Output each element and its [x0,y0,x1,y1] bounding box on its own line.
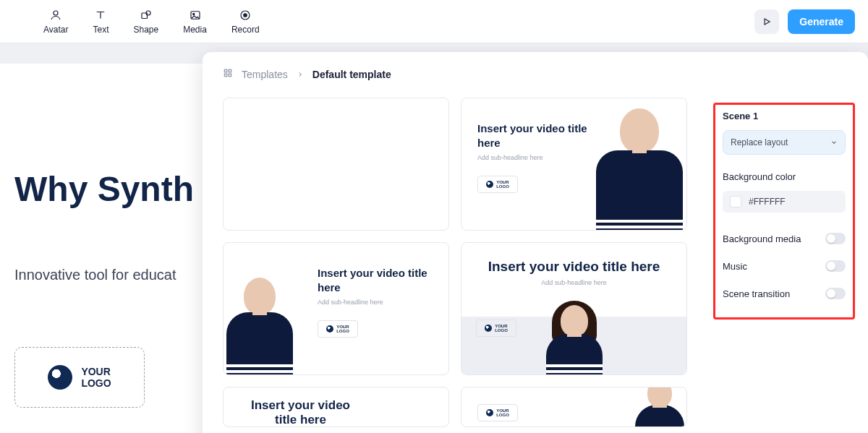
tool-shape[interactable]: Shape [133,9,158,35]
template-title: Insert your video title here [239,398,362,427]
tool-label: Media [183,25,207,35]
toolbar-right: Generate [754,9,855,34]
replace-layout-select[interactable]: Replace layout [723,130,846,155]
tool-record[interactable]: Record [231,9,260,35]
avatar-illustration [224,278,296,374]
chevron-down-icon [830,139,838,146]
svg-point-4 [192,13,194,14]
logo-placeholder[interactable]: YOUR LOGO [14,347,145,408]
template-logo-chip: YOUR LOGO [477,176,518,193]
svg-rect-7 [224,69,227,72]
tool-label: Text [93,25,109,35]
transition-label: Scene transition [723,288,790,299]
template-blank[interactable] [223,98,449,231]
template-logo-chip: YOUR LOGO [476,320,516,337]
main: Why Synth Innovative tool for educat YOU… [0,43,868,433]
template-logo-chip: YOUR LOGO [318,320,358,338]
toolbar-left: Avatar Text Shape Media Record [43,9,260,35]
svg-rect-8 [229,69,231,72]
play-button[interactable] [754,9,779,34]
slide-preview: Why Synth Innovative tool for educat YOU… [0,64,203,433]
logo-icon [486,409,493,416]
slide-subtitle: Innovative tool for educat [14,267,203,283]
tool-media[interactable]: Media [183,9,207,35]
music-toggle[interactable] [825,260,846,272]
template-avatar-center[interactable]: Insert your video title here Add sub-hea… [461,242,687,375]
transition-toggle[interactable] [825,288,846,299]
tool-avatar[interactable]: Avatar [43,9,68,35]
generate-button[interactable]: Generate [788,9,855,34]
tool-label: Record [231,25,260,35]
svg-point-6 [244,13,247,17]
color-swatch [730,196,741,207]
avatar-illustration [633,387,686,426]
bg-color-row: Background color [723,168,846,185]
bg-media-row: Background media [723,230,846,247]
breadcrumb: Templates Default template [223,68,848,80]
logo-icon [326,325,333,333]
top-toolbar: Avatar Text Shape Media Record [0,0,868,43]
bg-media-label: Background media [723,233,801,244]
template-title-right-avatar[interactable]: YOUR LOGO [461,387,687,427]
chevron-right-icon [297,69,304,80]
logo-text: YOUR LOGO [81,366,111,389]
template-sub: Add sub-headline here [476,279,672,286]
avatar-illustration [544,305,605,374]
slide-title: Why Synth [14,171,203,209]
tool-label: Avatar [43,25,68,35]
template-avatar-left[interactable]: Insert your video title here Add sub-hea… [223,242,449,375]
template-grid: Insert your video title here Add sub-hea… [223,98,687,427]
avatar-illustration [592,108,686,230]
grid-icon [223,68,233,80]
template-title: Insert your video title here [318,266,433,294]
shape-icon [140,9,153,22]
logo-icon [486,181,493,188]
template-title-left[interactable]: Insert your video title here [223,387,449,427]
template-logo-chip: YOUR LOGO [477,404,518,421]
avatar-icon [49,9,62,22]
tool-text[interactable]: Text [93,9,109,35]
breadcrumb-current: Default template [312,69,391,80]
replace-layout-label: Replace layout [731,137,788,147]
scene-panel: Scene 1 Replace layout Background color … [713,103,855,320]
bg-color-label: Background color [723,171,796,182]
logo-icon [48,365,72,390]
template-sub: Add sub-headline here [477,154,607,161]
music-label: Music [723,261,747,272]
media-icon [189,9,202,22]
svg-rect-9 [224,74,227,77]
transition-row: Scene transition [723,285,846,302]
record-icon [239,9,252,22]
bg-color-value: #FFFFFF [749,197,786,207]
svg-point-0 [54,11,58,15]
logo-icon [485,325,492,332]
template-title: Insert your video title here [476,259,672,275]
template-avatar-right[interactable]: Insert your video title here Add sub-hea… [461,98,687,231]
tool-label: Shape [133,25,158,35]
text-icon [94,9,107,22]
bg-media-toggle[interactable] [825,233,846,244]
music-row: Music [723,257,846,275]
template-sub: Add sub-headline here [318,299,448,306]
breadcrumb-root[interactable]: Templates [242,69,288,80]
scene-title: Scene 1 [723,111,846,121]
svg-rect-10 [229,74,231,77]
bg-color-input[interactable]: #FFFFFF [723,191,846,213]
play-icon [762,17,772,27]
template-title: Insert your video title here [477,121,593,150]
